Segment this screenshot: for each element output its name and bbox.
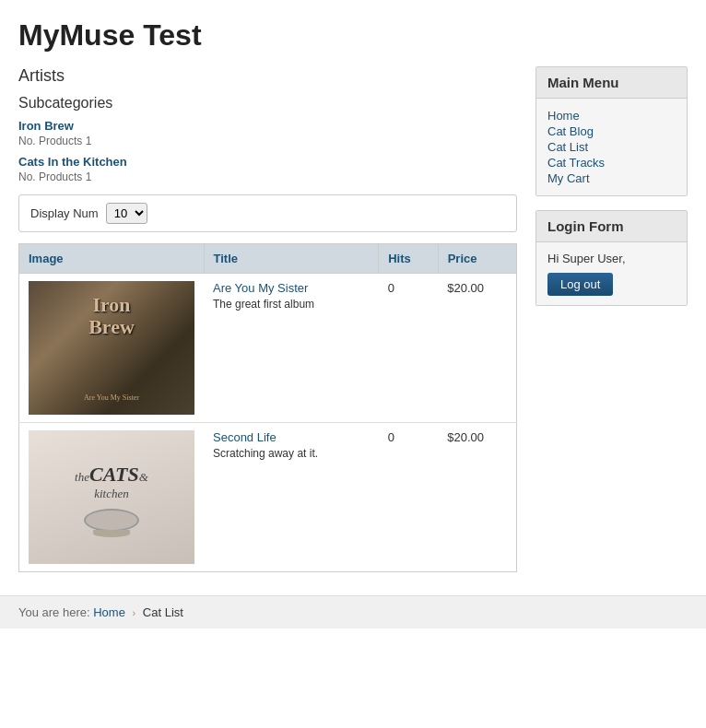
product-title-link-1[interactable]: Are You My Sister [213,281,308,295]
subcategories-list: Iron Brew No. Products 1 Cats In the Kit… [18,119,517,183]
product-title-link-2[interactable]: Second Life [213,430,277,444]
product-title-cell-1: Are You My Sister The great first album [204,274,379,423]
table-row: IronBrew Are You My Sister Are You My Si… [19,274,517,423]
col-title: Title [204,244,379,274]
main-menu-title: Main Menu [536,67,687,99]
breadcrumb-separator: › [133,607,136,618]
artists-heading: Artists [18,66,517,86]
col-price: Price [438,244,516,274]
site-title: MyMuse Test [18,18,688,53]
main-menu-content: Home Cat Blog Cat List Cat Tracks My Car… [536,99,687,195]
sidebar-item-cat-tracks: Cat Tracks [547,155,676,170]
col-image: Image [19,244,205,274]
sidebar: Main Menu Home Cat Blog Cat List Cat Tra… [535,66,688,572]
subcategory-iron-brew-link[interactable]: Iron Brew [18,119,74,133]
sidebar-item-cat-list: Cat List [547,139,676,155]
sidebar-item-cat-blog: Cat Blog [547,123,676,139]
subcategory-iron-brew: Iron Brew No. Products 1 [18,119,517,147]
products-table: Image Title Hits Price IronBrew Are You … [18,243,517,572]
col-hits: Hits [379,244,438,274]
sidebar-item-cat-tracks-link[interactable]: Cat Tracks [547,155,676,170]
sidebar-item-home: Home [547,108,676,123]
display-num-bar: Display Num 10 5 15 20 All [18,194,517,232]
product-price-2: $20.00 [438,423,516,572]
sidebar-item-my-cart-link[interactable]: My Cart [547,170,676,186]
sidebar-item-cat-blog-link[interactable]: Cat Blog [547,123,676,139]
product-hits-1: 0 [379,274,438,423]
iron-brew-no-products: No. Products 1 [18,135,517,147]
login-greeting: Hi Super User, [547,252,676,265]
product-desc-1: The great first album [213,298,370,311]
breadcrumb: You are here: Home › Cat List [0,595,706,628]
login-form-box: Login Form Hi Super User, Log out [535,210,688,306]
product-desc-2: Scratching away at it. [213,447,370,460]
you-are-here-label: You are here: [18,605,90,619]
cats-kitchen-no-products: No. Products 1 [18,170,517,183]
breadcrumb-home-link[interactable]: Home [93,605,125,619]
subcategory-cats-kitchen-link[interactable]: Cats In the Kitchen [18,155,127,169]
sidebar-item-my-cart: My Cart [547,170,676,186]
display-num-label: Display Num [30,206,99,220]
login-form-title: Login Form [536,211,687,242]
main-menu-box: Main Menu Home Cat Blog Cat List Cat Tra… [535,66,688,196]
display-num-select[interactable]: 10 5 15 20 All [106,203,147,224]
breadcrumb-current: Cat List [143,605,183,619]
subcategory-cats-kitchen: Cats In the Kitchen No. Products 1 [18,155,517,183]
login-form-content: Hi Super User, Log out [536,242,687,305]
table-row: theCATS&kitchen Second Life Scratching a… [19,423,517,572]
subcategories-heading: Subcategories [18,95,517,112]
product-image-cats-kitchen: theCATS&kitchen [19,423,205,572]
product-image-iron-brew: IronBrew Are You My Sister [19,274,205,423]
sidebar-item-cat-list-link[interactable]: Cat List [547,139,676,155]
product-title-cell-2: Second Life Scratching away at it. [204,423,379,572]
product-hits-2: 0 [379,423,438,572]
sidebar-item-home-link[interactable]: Home [547,108,676,123]
logout-button[interactable]: Log out [547,273,613,296]
product-price-1: $20.00 [438,274,516,423]
